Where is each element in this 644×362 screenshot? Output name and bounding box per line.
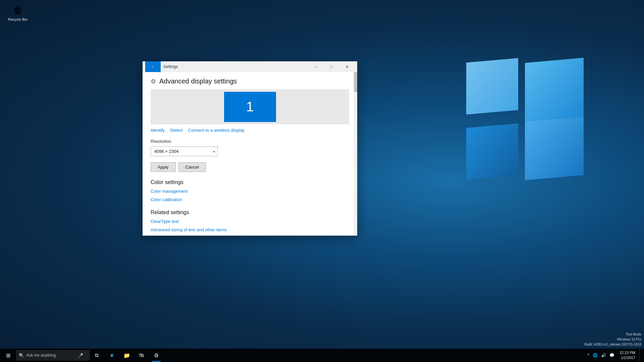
settings-gear-icon: ⚙: [151, 78, 156, 85]
display-links-row: Identify Detect Connect to a wireless di…: [143, 124, 357, 136]
taskbar-app-file-explorer[interactable]: 📁: [119, 349, 134, 362]
display-number: 1: [246, 99, 254, 114]
watermark-line3: Build 14393.rs1_release.160715-1616: [584, 342, 641, 347]
start-icon: ⊞: [6, 352, 10, 359]
color-links-row: Color management Color calibration: [143, 187, 357, 205]
tray-network-icon[interactable]: 🌐: [592, 353, 599, 358]
window-controls: ─ □ ✕: [308, 61, 355, 72]
detect-link[interactable]: Detect: [170, 128, 183, 133]
tray-volume-icon[interactable]: 🔊: [600, 353, 607, 358]
related-settings-heading: Related settings: [143, 205, 357, 218]
task-view-icon: ⧉: [95, 352, 99, 358]
watermark-line1: Test Mode: [584, 332, 641, 337]
page-header: ⚙ Advanced display settings: [143, 72, 357, 89]
back-button[interactable]: ←: [145, 61, 161, 72]
resolution-dropdown-wrapper: 4096 × 2304 3840 × 2160 2560 × 1440 1920…: [151, 146, 218, 156]
system-clock[interactable]: 12:23 PM 1/1/2017: [617, 350, 638, 361]
taskbar: ⊞ 🔍 Ask me anything 🎤 ⧉ e 📁 🛍 ⚙: [0, 349, 644, 362]
test-mode-watermark: Test Mode Windows 10 Pro Build 14393.rs1…: [584, 332, 641, 347]
clock-time: 12:23 PM: [620, 350, 635, 355]
microphone-icon[interactable]: 🎤: [74, 349, 87, 362]
color-settings-heading: Color settings: [143, 175, 357, 187]
identify-link[interactable]: Identify: [151, 128, 165, 133]
store-icon: 🛍: [139, 352, 144, 358]
tray-action-center-icon[interactable]: 💬: [608, 353, 615, 358]
cancel-button[interactable]: Cancel: [178, 162, 206, 172]
resolution-label: Resolution: [151, 139, 349, 144]
start-button[interactable]: ⊞: [0, 349, 16, 362]
watermark-line2: Windows 10 Pro: [584, 337, 641, 342]
advanced-sizing-link[interactable]: Advanced sizing of text and other items: [151, 227, 349, 232]
settings-window: ← Settings ─ □ ✕ ⚙ Advanced display sett…: [143, 61, 357, 236]
cortana-search-box[interactable]: 🔍 Ask me anything 🎤: [16, 350, 90, 361]
resolution-select[interactable]: 4096 × 2304 3840 × 2160 2560 × 1440 1920…: [151, 146, 218, 156]
tray-chevron-icon[interactable]: ^: [586, 353, 590, 358]
show-desktop-button[interactable]: [639, 349, 641, 362]
resolution-buttons-row: Apply Cancel: [143, 159, 357, 175]
monitor-block: 1: [224, 92, 276, 122]
title-bar: ← Settings ─ □ ✕: [143, 61, 357, 72]
windows-logo-decoration: [466, 60, 584, 178]
edge-icon: e: [111, 352, 114, 358]
settings-content: ⚙ Advanced display settings 1 Identify D…: [143, 72, 357, 236]
task-view-button[interactable]: ⧉: [90, 349, 103, 362]
clock-date: 1/1/2017: [621, 355, 635, 360]
search-placeholder-text: Ask me anything: [26, 353, 56, 358]
maximize-button[interactable]: □: [324, 61, 339, 72]
taskbar-app-edge[interactable]: e: [105, 349, 119, 362]
recycle-bin-icon[interactable]: 🗑 Recycle Bin: [6, 3, 30, 21]
window-title: Settings: [163, 64, 308, 69]
page-title: Advanced display settings: [159, 77, 237, 85]
back-icon: ←: [151, 64, 155, 69]
display-preview-area: 1: [151, 89, 349, 124]
related-links-row: ClearType text Advanced sizing of text a…: [143, 218, 357, 236]
taskbar-app-settings[interactable]: ⚙: [149, 349, 164, 362]
resolution-section: Resolution 4096 × 2304 3840 × 2160 2560 …: [143, 136, 357, 159]
scrollbar-thumb[interactable]: [354, 72, 357, 92]
taskbar-app-store[interactable]: 🛍: [134, 349, 149, 362]
settings-app-icon: ⚙: [154, 352, 159, 359]
recycle-bin-graphic: 🗑: [11, 3, 24, 17]
scrollbar-track: [354, 72, 357, 236]
apply-button[interactable]: Apply: [151, 162, 176, 172]
taskbar-apps: e 📁 🛍 ⚙: [103, 349, 584, 362]
search-icon: 🔍: [19, 353, 24, 358]
minimize-button[interactable]: ─: [308, 61, 324, 72]
connect-wireless-link[interactable]: Connect to a wireless display: [188, 128, 245, 133]
color-management-link[interactable]: Color management: [151, 189, 349, 194]
desktop: 🗑 Recycle Bin ← Settings ─ □ ✕ ⚙ Advance…: [0, 0, 644, 362]
cleartype-text-link[interactable]: ClearType text: [151, 219, 349, 224]
system-tray: ^ 🌐 🔊 💬 12:23 PM 1/1/2017: [584, 349, 644, 362]
close-button[interactable]: ✕: [339, 61, 355, 72]
recycle-bin-label: Recycle Bin: [8, 17, 28, 21]
file-explorer-icon: 📁: [123, 352, 130, 359]
color-calibration-link[interactable]: Color calibration: [151, 197, 349, 202]
